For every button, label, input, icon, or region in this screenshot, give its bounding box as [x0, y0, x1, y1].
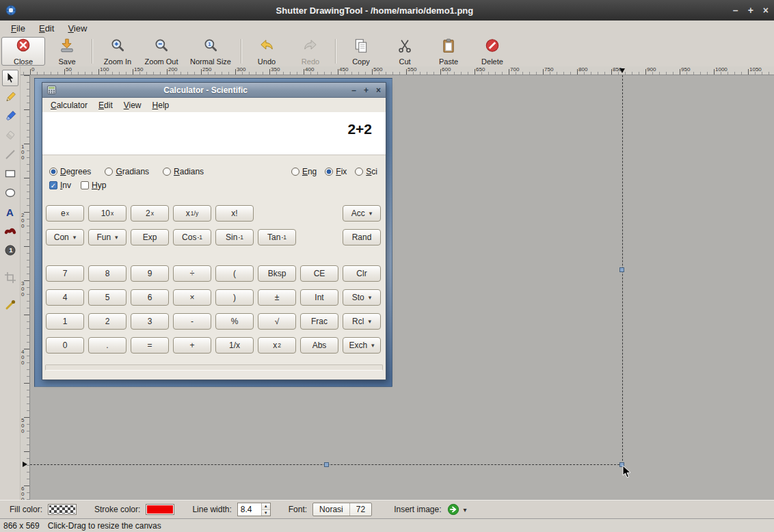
calc-button[interactable]: Abs	[300, 337, 338, 354]
normal-size-button[interactable]: 1 Normal Size	[183, 37, 238, 66]
menu-view[interactable]: View	[61, 21, 94, 36]
calc-button[interactable]: 2	[88, 313, 126, 330]
fill-color-button[interactable]	[48, 504, 77, 515]
chevron-down-icon[interactable]: ▾	[464, 506, 467, 514]
highlighter-tool[interactable]	[2, 108, 18, 124]
resize-handle-right[interactable]	[619, 267, 624, 272]
calc-button[interactable]: Sto	[343, 289, 381, 306]
calc-close-button[interactable]: ×	[376, 85, 381, 95]
calc-button[interactable]: Rand	[343, 229, 381, 245]
notation-mode-radio[interactable]: Eng	[291, 167, 317, 176]
calc-checkbox[interactable]: ✓ Inv	[49, 181, 71, 190]
calc-button[interactable]: ÷	[173, 265, 211, 282]
calc-button[interactable]: =	[131, 337, 169, 354]
calc-button[interactable]: Int	[300, 289, 338, 306]
rectangle-tool[interactable]	[2, 165, 18, 182]
calc-button[interactable]: -	[173, 313, 211, 330]
calc-button[interactable]: Exp	[131, 229, 169, 245]
calc-minimize-button[interactable]: –	[351, 85, 356, 95]
calc-button[interactable]: x!	[215, 205, 254, 222]
spin-down-icon[interactable]: ▼	[262, 509, 270, 516]
zoom-in-button[interactable]: Zoom In	[96, 37, 139, 66]
calc-button[interactable]: Clr	[343, 265, 381, 282]
calc-button[interactable]: 5	[88, 289, 126, 306]
censor-tool[interactable]	[2, 223, 18, 239]
font-button[interactable]: Norasi 72	[312, 503, 372, 516]
calc-button[interactable]: 10x	[88, 205, 126, 222]
calc-button[interactable]: Tan-1	[258, 229, 296, 245]
save-button[interactable]: Save	[45, 37, 89, 66]
calc-button[interactable]: Acc	[343, 205, 381, 222]
calc-button[interactable]: 8	[88, 265, 126, 282]
calc-button[interactable]: Con	[46, 229, 84, 245]
calc-checkbox[interactable]: ✓ Hyp	[81, 181, 106, 190]
close-button[interactable]: Close	[1, 37, 45, 66]
calc-button[interactable]: 0	[46, 337, 84, 354]
eraser-tool[interactable]	[2, 127, 18, 144]
calc-button[interactable]: ±	[258, 289, 296, 306]
calc-maximize-button[interactable]: +	[364, 85, 369, 95]
close-window-button[interactable]: ×	[763, 5, 769, 15]
ellipse-tool[interactable]	[2, 185, 18, 201]
insert-image-button[interactable]: ▾	[447, 503, 467, 516]
calc-button[interactable]: Bksp	[258, 265, 296, 282]
pencil-tool[interactable]	[2, 89, 18, 105]
calc-button[interactable]: .	[88, 337, 126, 354]
calc-button[interactable]: 1	[46, 313, 84, 330]
calc-button[interactable]: √	[258, 313, 296, 330]
calc-button[interactable]: 7	[46, 265, 84, 282]
cut-button[interactable]: Cut	[383, 37, 427, 66]
zoom-out-button[interactable]: Zoom Out	[139, 37, 183, 66]
number-tool[interactable]: 1	[2, 242, 18, 258]
calc-button[interactable]: Exch	[343, 337, 381, 354]
calc-button[interactable]: ×	[173, 289, 211, 306]
calc-button[interactable]: CE	[300, 265, 338, 282]
notation-mode-radio[interactable]: Fix	[325, 167, 347, 176]
stroke-color-button[interactable]	[146, 504, 174, 515]
calc-button[interactable]: Sin-1	[215, 229, 254, 245]
calc-button[interactable]: 1/x	[215, 337, 254, 354]
calc-button[interactable]: Cos-1	[173, 229, 211, 245]
spin-up-icon[interactable]: ▲	[262, 503, 270, 509]
calc-button[interactable]: Rcl	[343, 313, 381, 330]
calc-button[interactable]: 4	[46, 289, 84, 306]
line-tool[interactable]	[2, 146, 18, 163]
embedded-screenshot-image[interactable]: Calculator - Scientific – + × Calculator…	[34, 78, 392, 387]
text-tool[interactable]: A	[2, 204, 18, 220]
drawing-canvas[interactable]: Calculator - Scientific – + × Calculator…	[30, 75, 774, 500]
paste-button[interactable]: Paste	[427, 37, 470, 66]
calc-button[interactable]: +	[173, 337, 211, 354]
angle-mode-radio[interactable]: Radians	[163, 167, 204, 176]
calc-button[interactable]: 3	[131, 313, 169, 330]
calc-menu-calculator[interactable]: Calculator	[45, 99, 93, 111]
delete-button[interactable]: Delete	[470, 37, 514, 66]
calc-menu-edit[interactable]: Edit	[93, 99, 118, 111]
calc-button[interactable]: x2	[258, 337, 296, 354]
copy-button[interactable]: Copy	[339, 37, 383, 66]
crop-tool[interactable]	[2, 269, 18, 286]
calc-button[interactable]: x1/y	[173, 205, 211, 222]
calc-button[interactable]: Frac	[300, 313, 338, 330]
select-tool[interactable]	[2, 70, 18, 86]
calc-button[interactable]: )	[215, 289, 254, 306]
menu-edit[interactable]: Edit	[32, 21, 61, 36]
calc-button[interactable]: Fun	[88, 229, 126, 245]
resize-handle-bottom[interactable]	[324, 462, 329, 467]
calc-button[interactable]: 2x	[131, 205, 169, 222]
angle-mode-radio[interactable]: Degrees	[49, 167, 91, 176]
calc-button[interactable]: 9	[131, 265, 169, 282]
undo-button[interactable]: Undo	[245, 37, 289, 66]
calc-button[interactable]: ex	[46, 205, 84, 222]
menu-file[interactable]: File	[4, 21, 32, 36]
calc-button[interactable]: 6	[131, 289, 169, 306]
calc-menu-view[interactable]: View	[118, 99, 147, 111]
calculator-window[interactable]: Calculator - Scientific – + × Calculator…	[42, 82, 386, 380]
maximize-button[interactable]: +	[748, 5, 753, 15]
calc-button[interactable]: %	[215, 313, 254, 330]
line-width-input[interactable]	[238, 503, 261, 516]
calc-menu-help[interactable]: Help	[147, 99, 175, 111]
angle-mode-radio[interactable]: Gradians	[105, 167, 149, 176]
notation-mode-radio[interactable]: Sci	[355, 167, 377, 176]
calc-button[interactable]: (	[215, 265, 254, 282]
pipette-tool[interactable]	[2, 297, 18, 313]
